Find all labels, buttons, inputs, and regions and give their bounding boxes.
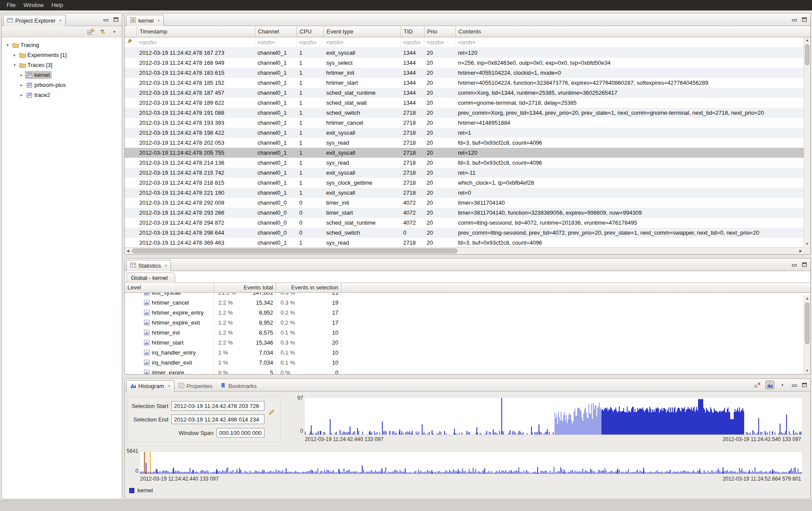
maximize-button[interactable] <box>801 262 808 268</box>
filter-cell[interactable]: <srch> <box>255 37 297 47</box>
table-row[interactable]: 2012-03-19 11:24:42.478 191 088channel0_… <box>125 108 804 118</box>
table-row[interactable]: 2012-03-19 11:24:42.478 218 815channel0_… <box>125 178 804 188</box>
table-row[interactable]: 2012-03-19 11:24:42.478 214 136channel0_… <box>125 158 804 168</box>
tree-item-trace2[interactable]: ▸trace2 <box>2 90 122 100</box>
full-histogram-canvas[interactable] <box>140 452 802 474</box>
table-row[interactable]: 2012-03-19 11:24:42.478 168 949channel0_… <box>125 58 804 68</box>
column-header-events-total[interactable]: Events total <box>214 283 276 293</box>
tab-project-explorer[interactable]: Project Explorer × <box>3 15 66 26</box>
events-vertical-scrollbar[interactable]: ▲ ▼ <box>804 37 810 247</box>
filter-cell[interactable]: <srch> <box>137 37 255 47</box>
scroll-down-arrow[interactable]: ▼ <box>804 368 810 374</box>
expander-icon[interactable]: ▸ <box>18 73 25 77</box>
tab-global-kernel[interactable]: Global - kernel <box>127 272 175 283</box>
close-icon[interactable]: × <box>167 384 170 388</box>
close-icon[interactable]: × <box>164 263 167 268</box>
column-header-level[interactable]: Level <box>125 283 214 293</box>
table-row[interactable]: 2012-03-19 11:24:42.478 294 872channel0_… <box>125 218 804 228</box>
maximize-button[interactable] <box>801 382 808 388</box>
menu-window[interactable]: Window <box>20 0 47 10</box>
view-menu-button[interactable]: ▾ <box>778 381 787 389</box>
selection-end-input[interactable] <box>171 415 264 424</box>
tab-kernel-editor[interactable]: kernel × <box>126 15 164 26</box>
scroll-right-arrow[interactable]: ▶ <box>798 248 804 254</box>
table-row[interactable]: 2012-03-19 11:24:42.478 198 422channel0_… <box>125 128 804 138</box>
minimize-button[interactable] <box>791 262 797 268</box>
expander-icon[interactable]: ▸ <box>11 53 18 57</box>
column-header-channel[interactable]: Channel <box>255 26 297 37</box>
tree-item-tracing[interactable]: ▾Tracing <box>2 40 122 50</box>
menu-help[interactable]: Help <box>47 0 67 10</box>
table-row[interactable]: 2012-03-19 11:24:42.478 193 393channel0_… <box>125 118 804 128</box>
column-header-contents[interactable]: Contents <box>456 26 810 37</box>
table-row[interactable]: 2012-03-19 11:24:42.478 292 009channel0_… <box>125 198 804 208</box>
stats-row[interactable]: hrtimer_expire_entry1.2 %8,9520.2 %17 <box>125 308 804 318</box>
menu-file[interactable]: File <box>3 0 20 10</box>
selection-start-input[interactable] <box>171 401 264 411</box>
column-header-tid[interactable]: TID <box>401 26 424 37</box>
table-row[interactable]: 2012-03-19 11:24:42.478 189 622channel0_… <box>125 98 804 108</box>
hide-lost-events-button[interactable] <box>753 381 762 389</box>
events-horizontal-scrollbar[interactable]: ◀ ▶ <box>125 247 804 254</box>
table-row[interactable]: 2012-03-19 11:24:42.478 167 273channel0_… <box>125 48 804 58</box>
scrollbar-thumb[interactable] <box>132 249 458 253</box>
column-header-cpu[interactable]: CPU <box>297 26 324 37</box>
expander-icon[interactable]: ▸ <box>18 93 25 97</box>
table-row[interactable]: 2012-03-19 11:24:42.478 185 152channel0_… <box>125 78 804 88</box>
tab-properties[interactable]: Properties <box>174 380 216 392</box>
tab-histogram[interactable]: Histogram × <box>126 380 174 392</box>
table-row[interactable]: 2012-03-19 11:24:42.478 369 463channel0_… <box>125 238 804 247</box>
scrollbar-thumb[interactable] <box>805 44 809 65</box>
filter-cell[interactable]: <srch> <box>324 37 401 47</box>
tree-item-experiments-1[interactable]: ▸Experiments [1] <box>2 50 122 60</box>
stats-row[interactable]: exit_syscall21.5 %147,8010.3 %21 <box>125 293 804 298</box>
scroll-down-arrow[interactable]: ▼ <box>804 241 810 247</box>
column-header-prio[interactable]: Prio <box>424 26 456 37</box>
expander-icon[interactable]: ▸ <box>18 83 25 87</box>
column-header-event-type[interactable]: Event type <box>324 26 401 37</box>
minimize-button[interactable] <box>102 17 109 23</box>
tree-item-traces-3[interactable]: ▾Traces [3] <box>2 60 122 70</box>
close-icon[interactable]: × <box>59 18 61 23</box>
zoom-histogram-canvas[interactable] <box>305 398 802 435</box>
expander-icon[interactable]: ▾ <box>11 63 18 67</box>
table-row[interactable]: 2012-03-19 11:24:42.478 221 190channel0_… <box>125 188 804 198</box>
filter-cell[interactable]: <srch> <box>401 37 424 47</box>
stats-row[interactable]: irq_handler_entry1 %7,0340.1 %10 <box>125 348 804 358</box>
minimize-button[interactable] <box>791 382 797 388</box>
edit-selection-icon[interactable] <box>268 409 275 417</box>
table-row[interactable]: 2012-03-19 11:24:42.478 187 457channel0_… <box>125 88 804 98</box>
maximize-button[interactable] <box>113 17 119 23</box>
tree-item-prboom-plus[interactable]: ▸prboom-plus <box>2 80 122 90</box>
close-icon[interactable]: × <box>157 18 160 23</box>
table-row[interactable]: 2012-03-19 11:24:42.478 202 053channel0_… <box>125 138 804 148</box>
table-row[interactable]: 2012-03-19 11:24:42.478 205 755channel0_… <box>125 148 804 158</box>
filter-cell[interactable]: <srch> <box>297 37 324 47</box>
column-header-timestamp[interactable]: Timestamp <box>137 26 255 37</box>
column-header-events-in-selection[interactable]: Events in selection <box>276 283 341 293</box>
stats-row[interactable]: hrtimer_start2.2 %15,3460.3 %20 <box>125 338 804 348</box>
window-span-input[interactable] <box>217 428 264 438</box>
table-row[interactable]: 2012-03-19 11:24:42.478 293 266channel0_… <box>125 208 804 218</box>
table-row[interactable]: 2012-03-19 11:24:42.478 215 742channel0_… <box>125 168 804 178</box>
tab-bookmarks[interactable]: Bookmarks <box>216 380 261 392</box>
scroll-up-arrow[interactable]: ▲ <box>804 37 810 43</box>
table-row[interactable]: 2012-03-19 11:24:42.478 183 615channel0_… <box>125 68 804 78</box>
scroll-left-arrow[interactable]: ◀ <box>125 248 131 254</box>
view-menu-button[interactable]: ▾ <box>110 27 119 36</box>
stats-row[interactable]: hrtimer_expire_exit1.2 %8,9520.2 %17 <box>125 318 804 328</box>
filter-cell[interactable]: <srch> <box>424 37 456 47</box>
scrollbar-thumb[interactable] <box>805 302 809 344</box>
link-with-editor-button[interactable] <box>98 27 107 36</box>
show-histogram-button[interactable] <box>765 381 774 389</box>
stats-row[interactable]: itimer_expire0 %50 %0 <box>125 368 804 374</box>
minimize-button[interactable] <box>791 17 797 23</box>
statistics-vertical-scrollbar[interactable]: ▲ ▼ <box>804 295 810 374</box>
tab-statistics[interactable]: Statistics × <box>126 260 171 271</box>
maximize-button[interactable] <box>801 17 808 23</box>
collapse-all-button[interactable] <box>87 27 95 36</box>
filter-cell[interactable]: <srch> <box>456 37 804 47</box>
tree-item-kernel[interactable]: ▸kernel <box>2 70 122 80</box>
stats-row[interactable]: hrtimer_cancel2.2 %15,3420.3 %19 <box>125 298 804 308</box>
expander-icon[interactable]: ▾ <box>4 43 11 47</box>
